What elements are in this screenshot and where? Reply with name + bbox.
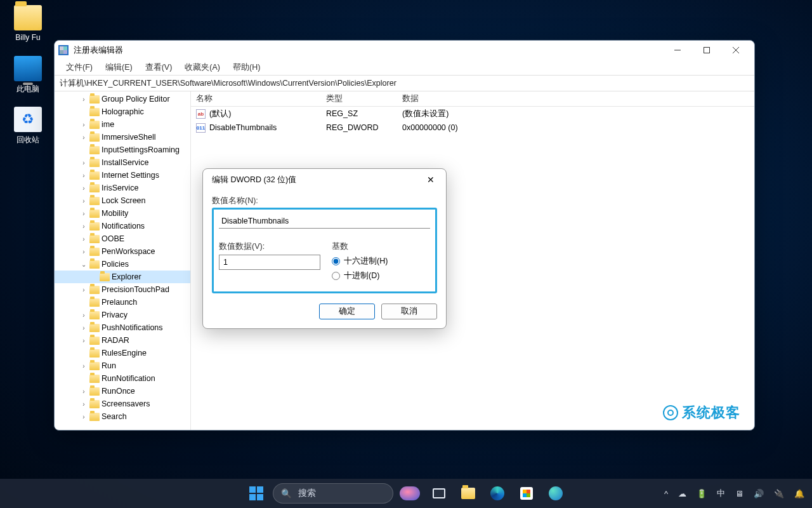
- tree-item[interactable]: ›Internet Settings: [55, 169, 190, 182]
- tree-item[interactable]: ›Group Policy Editor: [55, 93, 190, 105]
- taskbar-edge[interactable]: [485, 481, 510, 506]
- value-data-field[interactable]: [219, 255, 320, 270]
- radio-dec[interactable]: 十进制(D): [332, 271, 430, 281]
- menu-edit[interactable]: 编辑(E): [99, 61, 139, 74]
- tree-item[interactable]: ›Run: [55, 359, 190, 372]
- list-header[interactable]: 名称 类型 数据: [191, 91, 754, 107]
- menu-file[interactable]: 文件(F): [60, 61, 99, 74]
- tree-item[interactable]: ›RunOnce: [55, 385, 190, 398]
- desktop-icon-recycle-bin[interactable]: 回收站: [5, 107, 51, 145]
- ok-button[interactable]: 确定: [319, 304, 375, 319]
- menu-favorites[interactable]: 收藏夹(A): [178, 61, 226, 74]
- window-minimize-button[interactable]: [663, 41, 692, 60]
- expand-icon[interactable]: ›: [80, 363, 88, 370]
- start-button[interactable]: [244, 481, 269, 506]
- expand-icon[interactable]: ›: [80, 197, 88, 204]
- tree-item[interactable]: RunNotification: [55, 372, 190, 385]
- value-name-field[interactable]: [219, 213, 430, 229]
- menu-help[interactable]: 帮助(H): [226, 61, 266, 74]
- expand-icon[interactable]: ›: [80, 121, 88, 128]
- expand-icon[interactable]: ›: [80, 286, 88, 293]
- desktop-icon-this-pc[interactable]: 此电脑: [5, 56, 51, 95]
- registry-tree[interactable]: ›Group Policy EditorHolographic›ime›Imme…: [55, 91, 191, 430]
- tree-item[interactable]: ⌄Policies: [55, 258, 190, 271]
- tray-overflow-icon[interactable]: ^: [664, 489, 668, 498]
- dialog-titlebar[interactable]: 编辑 DWORD (32 位)值 ✕: [203, 169, 446, 190]
- tree-item[interactable]: ›OOBE: [55, 232, 190, 245]
- folder-icon: [89, 171, 100, 180]
- expand-icon[interactable]: ›: [80, 134, 88, 141]
- radio-hex-input[interactable]: [332, 257, 340, 265]
- radio-dec-input[interactable]: [332, 272, 340, 280]
- col-data[interactable]: 数据: [397, 93, 754, 104]
- tree-item[interactable]: ›Search: [55, 410, 190, 423]
- radio-hex[interactable]: 十六进制(H): [332, 256, 430, 267]
- taskbar-store[interactable]: [514, 481, 539, 506]
- value-row[interactable]: 011DisableThumbnailsREG_DWORD0x00000000 …: [191, 121, 754, 135]
- tray-power-icon[interactable]: 🔌: [774, 489, 784, 498]
- watermark: 系统极客: [663, 403, 740, 422]
- folder-icon: [89, 159, 100, 167]
- expand-icon[interactable]: ›: [80, 337, 88, 344]
- expand-icon[interactable]: ⌄: [80, 261, 88, 268]
- tree-item[interactable]: InputSettingsRoaming: [55, 144, 190, 156]
- tree-item[interactable]: ›RADAR: [55, 334, 190, 347]
- tree-item[interactable]: ›Mobility: [55, 207, 190, 220]
- taskbar[interactable]: 🔍 搜索 ^ ☁ 🔋 中 🖥 🔊 🔌 🔔: [0, 479, 812, 508]
- window-close-button[interactable]: [721, 41, 750, 60]
- tree-item[interactable]: ›Screensavers: [55, 398, 190, 410]
- tree-item[interactable]: ›Notifications: [55, 220, 190, 232]
- cancel-button[interactable]: 取消: [381, 304, 437, 319]
- tray-ime-indicator[interactable]: 中: [717, 488, 725, 499]
- window-maximize-button[interactable]: [692, 41, 721, 60]
- expand-icon[interactable]: ›: [80, 159, 88, 166]
- tree-item[interactable]: Holographic: [55, 105, 190, 118]
- tray-network-icon[interactable]: 🖥: [735, 489, 743, 498]
- expand-icon[interactable]: ›: [80, 324, 88, 331]
- tree-item[interactable]: ›PrecisionTouchPad: [55, 283, 190, 296]
- tree-item-label: RADAR: [102, 336, 129, 345]
- taskbar-explorer[interactable]: [455, 481, 481, 506]
- task-view-button[interactable]: [426, 481, 452, 506]
- tree-item[interactable]: ›PushNotifications: [55, 321, 190, 334]
- tree-item[interactable]: RulesEngine: [55, 347, 190, 359]
- value-row[interactable]: ab(默认)REG_SZ(数值未设置): [191, 107, 754, 121]
- taskbar-copilot[interactable]: [543, 481, 568, 506]
- tree-item[interactable]: ›ime: [55, 118, 190, 131]
- expand-icon[interactable]: ›: [80, 96, 88, 103]
- tree-item[interactable]: ›Privacy: [55, 309, 190, 321]
- expand-icon[interactable]: ›: [80, 413, 88, 420]
- widgets-button[interactable]: [397, 481, 422, 506]
- col-name[interactable]: 名称: [191, 93, 321, 104]
- expand-icon[interactable]: ›: [80, 236, 88, 243]
- menu-view[interactable]: 查看(V): [139, 61, 179, 74]
- tray-volume-icon[interactable]: 🔊: [754, 489, 764, 498]
- expand-icon[interactable]: ›: [80, 388, 88, 395]
- tray-onedrive-icon[interactable]: ☁: [678, 489, 686, 498]
- col-type[interactable]: 类型: [321, 93, 397, 104]
- dialog-close-button[interactable]: ✕: [424, 175, 437, 185]
- tree-item[interactable]: Explorer: [55, 271, 190, 283]
- expand-icon[interactable]: ›: [80, 185, 88, 192]
- tree-item-label: Mobility: [102, 209, 128, 218]
- address-bar[interactable]: 计算机\HKEY_CURRENT_USER\Software\Microsoft…: [55, 75, 754, 91]
- window-titlebar[interactable]: 注册表编辑器: [55, 41, 754, 60]
- expand-icon[interactable]: ›: [80, 210, 88, 217]
- expand-icon[interactable]: ›: [80, 172, 88, 179]
- desktop-icon-user-folder[interactable]: Billy Fu: [5, 5, 51, 42]
- expand-icon[interactable]: ›: [80, 401, 88, 408]
- expand-icon[interactable]: ›: [80, 312, 88, 319]
- expand-icon[interactable]: ›: [80, 248, 88, 255]
- system-tray[interactable]: ^ ☁ 🔋 中 🖥 🔊 🔌 🔔: [664, 488, 804, 499]
- tree-item[interactable]: ›Lock Screen: [55, 194, 190, 207]
- tree-item[interactable]: ›ImmersiveShell: [55, 131, 190, 144]
- expand-icon[interactable]: ›: [80, 223, 88, 230]
- tree-item[interactable]: ›IrisService: [55, 182, 190, 194]
- tree-item[interactable]: ›InstallService: [55, 156, 190, 169]
- folder-icon: [89, 413, 100, 421]
- tray-battery-icon[interactable]: 🔋: [697, 489, 707, 498]
- tree-item[interactable]: Prelaunch: [55, 296, 190, 309]
- taskbar-search[interactable]: 🔍 搜索: [273, 483, 393, 504]
- tray-notifications-icon[interactable]: 🔔: [794, 489, 804, 498]
- tree-item[interactable]: ›PenWorkspace: [55, 245, 190, 258]
